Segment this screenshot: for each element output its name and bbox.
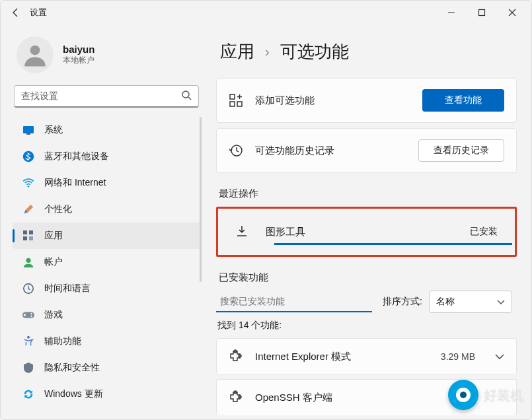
sidebar-item-label: 隐私和安全性 [44,362,100,374]
chevron-down-icon [495,351,504,362]
recent-item-status: 已安装 [470,226,498,238]
svg-point-2 [30,46,40,55]
history-icon [229,143,243,158]
sidebar-item-accounts[interactable]: 帐户 [13,249,202,275]
sidebar-item-time[interactable]: 时间和语言 [13,275,202,302]
extension-icon [229,390,243,405]
filter-row: 排序方式: 名称 [216,291,517,313]
main-content: 应用 › 可选功能 添加可选功能 查看功能 可选功能历史记录 查看历史记录 最近… [207,24,531,419]
progress-bar [274,243,512,245]
svg-rect-9 [23,230,27,234]
maximize-button[interactable] [467,2,497,23]
wifi-icon [22,176,35,190]
user-subtitle: 本地帐户 [63,55,95,66]
sidebar-item-label: 游戏 [44,309,63,321]
account-icon [22,256,35,269]
svg-line-4 [188,97,191,100]
svg-point-17 [30,316,32,317]
add-feature-card: 添加可选功能 查看功能 [216,78,517,123]
sidebar-item-network[interactable]: 网络和 Internet [13,170,202,196]
sidebar-item-label: 辅助功能 [44,335,81,347]
search-icon [181,90,192,102]
search-placeholder: 查找设置 [21,90,58,102]
installed-search-input[interactable] [216,291,372,312]
update-icon [22,388,35,401]
svg-point-3 [182,91,189,98]
svg-rect-1 [479,10,485,16]
watermark-logo [448,380,478,410]
recent-item-name: 图形工具 [266,226,305,238]
svg-point-16 [30,313,32,314]
sort-select[interactable]: 名称 [429,291,512,313]
chevron-down-icon [497,297,505,307]
breadcrumb-level2: 可选功能 [280,40,349,63]
window-title: 设置 [30,7,47,18]
watermark: 好装机 [448,380,523,410]
chevron-right-icon: › [265,44,270,59]
close-button[interactable] [497,2,527,23]
sidebar-item-label: 时间和语言 [44,283,91,295]
accessibility-icon [22,335,35,348]
svg-point-13 [26,258,30,263]
sidebar-item-update[interactable]: Windows 更新 [13,381,202,407]
svg-rect-20 [230,102,235,106]
download-icon [235,225,250,239]
sidebar-item-label: 系统 [44,124,63,136]
sidebar: baiyun 本地帐户 查找设置 系统 蓝牙和其他设备 网络和 Internet [1,24,207,419]
sidebar-item-label: 蓝牙和其他设备 [44,151,109,162]
apps-icon [22,229,35,242]
sidebar-item-apps[interactable]: 应用 [13,223,202,249]
sort-value: 名称 [436,296,455,308]
gaming-icon [22,308,35,322]
svg-rect-19 [230,94,235,99]
svg-rect-6 [26,133,30,135]
sidebar-item-bluetooth[interactable]: 蓝牙和其他设备 [13,143,202,170]
history-label: 可选功能历史记录 [255,145,334,157]
svg-rect-12 [29,236,33,240]
sidebar-item-gaming[interactable]: 游戏 [13,302,202,328]
add-feature-label: 添加可选功能 [255,94,315,107]
feature-size: 3.29 MB [441,351,475,362]
feature-name: OpenSSH 客户端 [255,392,332,404]
sidebar-item-label: 网络和 Internet [44,177,106,189]
sidebar-item-privacy[interactable]: 隐私和安全性 [13,355,202,381]
view-history-button[interactable]: 查看历史记录 [418,139,504,162]
svg-point-8 [28,186,30,188]
nav-list: 系统 蓝牙和其他设备 网络和 Internet 个性化 应用 帐户 [13,117,202,407]
sidebar-item-label: 个性化 [44,203,72,215]
back-button[interactable] [5,1,27,24]
breadcrumb: 应用 › 可选功能 [220,40,517,63]
time-icon [22,282,35,295]
minimize-button[interactable] [436,2,467,23]
user-name: baiyun [63,44,95,55]
sidebar-item-accessibility[interactable]: 辅助功能 [13,328,202,355]
svg-rect-21 [237,102,242,106]
sidebar-item-personalize[interactable]: 个性化 [13,196,202,223]
avatar [17,36,54,73]
feature-name: Internet Explorer 模式 [255,351,351,363]
view-features-button[interactable]: 查看功能 [422,89,504,112]
recent-item[interactable]: 图形工具 已安装 [216,207,517,257]
add-feature-icon [229,93,243,108]
user-block[interactable]: baiyun 本地帐户 [13,36,202,73]
system-icon [22,123,35,137]
svg-point-18 [27,336,30,339]
personalize-icon [22,203,35,216]
sort-label: 排序方式: [383,296,422,308]
watermark-text: 好装机 [484,386,523,404]
recent-heading: 最近操作 [219,188,517,200]
extension-icon [229,349,243,364]
sidebar-item-label: 应用 [44,230,63,242]
breadcrumb-level1[interactable]: 应用 [220,40,254,63]
privacy-icon [22,361,35,374]
installed-heading: 已安装功能 [219,271,517,284]
history-card: 可选功能历史记录 查看历史记录 [216,128,517,173]
bluetooth-icon [22,150,35,163]
sidebar-item-system[interactable]: 系统 [13,117,202,143]
search-input[interactable]: 查找设置 [14,85,199,108]
svg-rect-11 [23,236,27,240]
sidebar-item-label: Windows 更新 [44,388,103,400]
sidebar-item-label: 帐户 [44,256,63,268]
feature-row[interactable]: Internet Explorer 模式 3.29 MB [216,338,517,375]
svg-rect-10 [29,230,33,234]
